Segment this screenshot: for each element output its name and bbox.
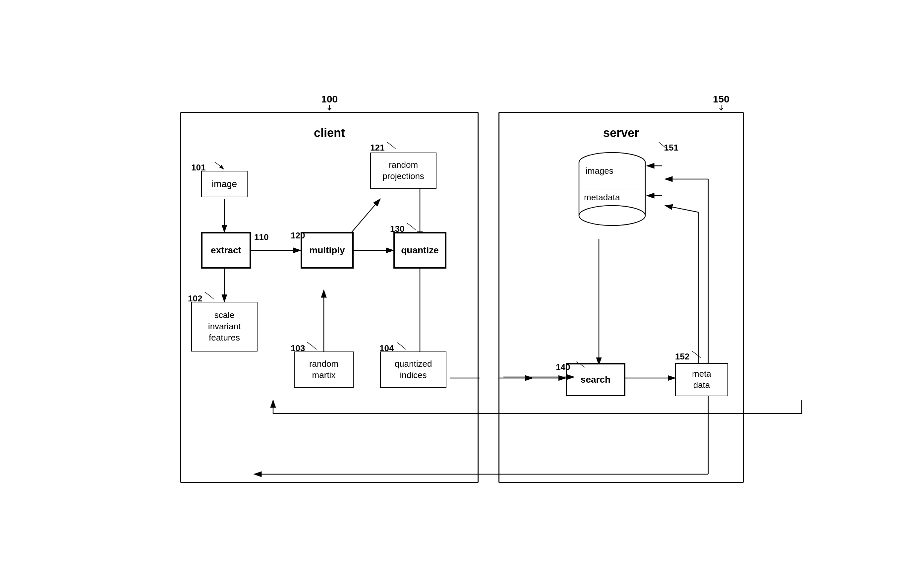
rand-proj-ref-arrow	[387, 142, 397, 150]
scale-inv-ref: 102	[188, 294, 202, 304]
meta-data-ref: 152	[675, 351, 689, 362]
random-projections-box: random projections	[370, 152, 436, 189]
multiply-box: multiply	[301, 232, 353, 268]
search-box: search	[566, 363, 625, 396]
quantize-ref-arrow	[407, 223, 417, 231]
extract-ref: 110	[254, 232, 268, 242]
random-proj-ref: 121	[370, 143, 384, 153]
db-metadata-label: metadata	[584, 192, 620, 203]
server-panel: 150 server images m	[498, 112, 744, 483]
quant-idx-ref-arrow	[397, 342, 407, 392]
meta-data-box: meta data	[675, 363, 728, 396]
scale-invariant-box: scale invariant features	[191, 302, 258, 351]
image-box: image	[201, 171, 247, 197]
svg-point-15	[579, 206, 645, 226]
image-ref: 101	[191, 162, 206, 173]
image-ref-arrow	[214, 162, 224, 170]
random-matrix-box: random martix	[294, 351, 353, 388]
diagram-container: 100 client	[180, 92, 744, 483]
db-images-label: images	[586, 166, 613, 176]
quantize-box: quantize	[393, 232, 447, 268]
client-ref-arrow-icon	[326, 105, 333, 111]
quantized-indices-box: quantized indices	[380, 351, 447, 388]
extract-box: extract	[201, 232, 251, 268]
search-ref: 140	[556, 362, 570, 372]
scale-inv-ref-arrow	[204, 292, 214, 300]
server-ref-arrow-icon	[718, 105, 724, 111]
database-shape: images metadata 151	[566, 146, 659, 240]
client-ref-label: 100	[321, 94, 338, 105]
meta-data-ref-arrow	[692, 351, 702, 359]
quantized-indices-ref: 104	[379, 343, 394, 354]
client-panel: 100 client	[180, 112, 479, 483]
random-matrix-ref: 103	[291, 343, 305, 354]
server-panel-label: server	[509, 126, 733, 140]
svg-line-29	[665, 206, 698, 212]
multiply-ref: 120	[291, 230, 305, 241]
db-ref-arrow	[659, 142, 669, 150]
rand-matrix-ref-arrow	[307, 342, 317, 351]
quantize-ref: 130	[390, 224, 404, 234]
client-panel-label: client	[191, 126, 468, 140]
search-ref-arrow	[576, 361, 586, 368]
server-ref-label: 150	[713, 94, 729, 105]
